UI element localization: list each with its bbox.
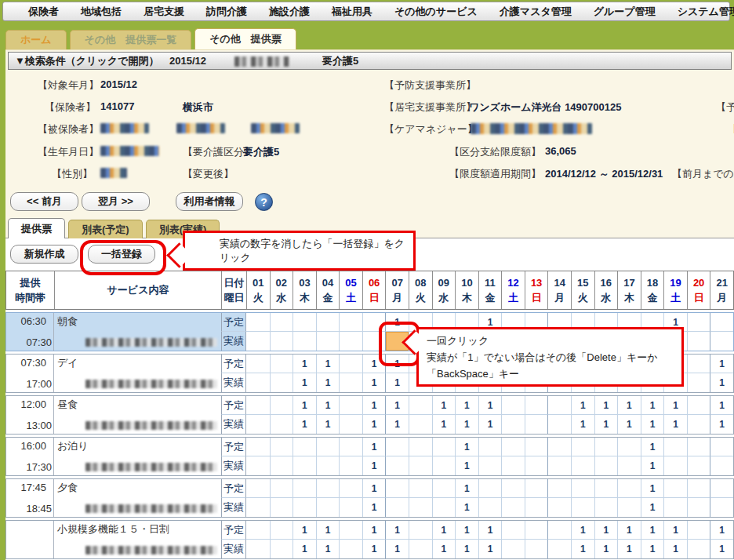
schedule-cell[interactable]: 1 [617, 521, 641, 540]
schedule-cell[interactable]: 1 [594, 521, 618, 540]
schedule-cell[interactable] [663, 479, 687, 498]
schedule-cell[interactable]: 1 [617, 540, 641, 558]
schedule-cell[interactable] [501, 438, 525, 456]
schedule-cell[interactable]: 1 [385, 373, 409, 392]
schedule-cell[interactable] [293, 313, 316, 332]
schedule-cell[interactable] [270, 540, 293, 558]
menu-item[interactable]: 保険者 [17, 5, 70, 19]
schedule-cell[interactable] [525, 396, 548, 415]
schedule-cell[interactable]: 1 [641, 438, 664, 456]
schedule-cell[interactable]: 1 [455, 396, 478, 415]
schedule-cell[interactable]: 1 [478, 396, 502, 415]
schedule-cell[interactable] [270, 521, 293, 540]
schedule-cell[interactable] [339, 521, 362, 540]
schedule-cell[interactable] [385, 498, 409, 517]
schedule-cell[interactable] [339, 438, 362, 456]
schedule-cell[interactable]: 1 [432, 396, 456, 415]
schedule-cell[interactable]: 1 [617, 415, 641, 434]
schedule-cell[interactable] [501, 521, 525, 540]
schedule-cell[interactable] [547, 540, 571, 558]
schedule-cell[interactable] [501, 498, 525, 517]
schedule-cell[interactable] [525, 540, 548, 558]
schedule-cell[interactable] [385, 456, 409, 475]
schedule-cell[interactable] [710, 332, 733, 351]
schedule-cell[interactable] [246, 332, 270, 351]
schedule-cell[interactable]: 1 [293, 521, 316, 540]
schedule-cell[interactable] [525, 479, 548, 498]
schedule-cell[interactable] [270, 332, 293, 351]
schedule-cell[interactable]: 1 [293, 396, 316, 415]
schedule-cell[interactable] [316, 438, 340, 456]
schedule-cell[interactable]: 1 [362, 498, 386, 517]
schedule-cell[interactable]: 1 [594, 415, 618, 434]
schedule-cell[interactable] [246, 355, 270, 373]
schedule-cell[interactable] [571, 498, 594, 517]
schedule-cell[interactable] [501, 396, 525, 415]
schedule-cell[interactable]: 1 [663, 415, 687, 434]
schedule-cell[interactable]: 1 [571, 415, 594, 434]
schedule-cell[interactable] [617, 438, 641, 456]
schedule-cell[interactable] [293, 479, 316, 498]
schedule-cell[interactable] [687, 332, 710, 351]
schedule-cell[interactable] [246, 373, 270, 392]
schedule-cell[interactable]: 1 [316, 540, 340, 558]
schedule-cell[interactable] [525, 498, 548, 517]
window-tab[interactable]: その他 提供票 [194, 28, 296, 49]
schedule-cell[interactable]: 1 [362, 438, 386, 456]
menu-item[interactable]: 施設介護 [258, 5, 321, 19]
schedule-cell[interactable]: 1 [362, 415, 386, 434]
schedule-cell[interactable] [316, 313, 340, 332]
schedule-cell[interactable]: 1 [316, 396, 340, 415]
schedule-cell[interactable] [293, 438, 316, 456]
schedule-cell[interactable] [571, 479, 594, 498]
schedule-cell[interactable] [501, 479, 525, 498]
schedule-cell[interactable] [246, 540, 270, 558]
schedule-cell[interactable] [339, 396, 362, 415]
schedule-cell[interactable] [594, 456, 618, 475]
schedule-cell[interactable]: 1 [455, 415, 478, 434]
schedule-cell[interactable] [710, 438, 733, 456]
schedule-cell[interactable] [525, 438, 548, 456]
schedule-cell[interactable]: 1 [432, 521, 456, 540]
schedule-cell[interactable]: 1 [362, 456, 386, 475]
schedule-cell[interactable] [478, 456, 502, 475]
schedule-cell[interactable]: 1 [385, 415, 409, 434]
schedule-cell[interactable] [409, 498, 432, 517]
schedule-cell[interactable]: 1 [710, 396, 733, 415]
schedule-cell[interactable] [385, 479, 409, 498]
schedule-cell[interactable] [547, 396, 571, 415]
schedule-cell[interactable] [409, 521, 432, 540]
schedule-cell[interactable] [409, 396, 432, 415]
schedule-cell[interactable] [617, 456, 641, 475]
schedule-cell[interactable] [687, 396, 710, 415]
schedule-cell[interactable]: 1 [710, 373, 733, 392]
schedule-cell[interactable] [478, 498, 502, 517]
schedule-cell[interactable] [501, 456, 525, 475]
new-button[interactable]: 新規作成 [10, 245, 78, 264]
schedule-cell[interactable] [547, 438, 571, 456]
schedule-cell[interactable] [409, 479, 432, 498]
schedule-cell[interactable]: 1 [455, 521, 478, 540]
schedule-cell[interactable] [547, 456, 571, 475]
schedule-cell[interactable]: 1 [455, 498, 478, 517]
schedule-cell[interactable] [270, 396, 293, 415]
schedule-cell[interactable] [710, 479, 733, 498]
prev-month-button[interactable]: << 前月 [10, 192, 78, 211]
schedule-cell[interactable]: 1 [385, 540, 409, 558]
schedule-cell[interactable] [687, 438, 710, 456]
schedule-cell[interactable] [246, 479, 270, 498]
schedule-cell[interactable]: 1 [385, 396, 409, 415]
schedule-cell[interactable]: 1 [641, 396, 664, 415]
schedule-cell[interactable] [617, 479, 641, 498]
schedule-cell[interactable] [270, 415, 293, 434]
schedule-cell[interactable]: 1 [571, 396, 594, 415]
schedule-cell[interactable] [663, 498, 687, 517]
schedule-cell[interactable] [432, 479, 456, 498]
schedule-cell[interactable]: 1 [293, 415, 316, 434]
schedule-cell[interactable] [687, 313, 710, 332]
schedule-cell[interactable]: 1 [455, 479, 478, 498]
schedule-cell[interactable] [293, 456, 316, 475]
schedule-cell[interactable]: 1 [316, 521, 340, 540]
schedule-cell[interactable] [339, 540, 362, 558]
schedule-cell[interactable] [246, 415, 270, 434]
